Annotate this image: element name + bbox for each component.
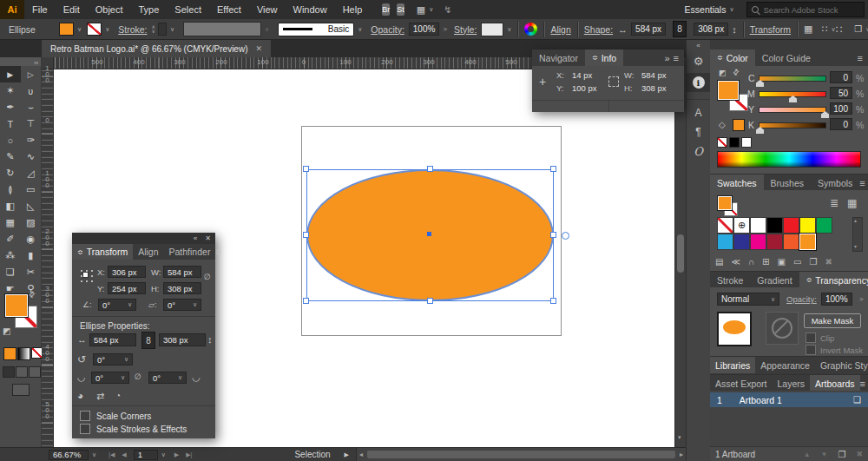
scroll-right-icon[interactable]: ▸ (677, 451, 686, 458)
selection-handle[interactable] (550, 298, 556, 304)
draw-normal-button[interactable] (3, 366, 15, 378)
artboard-tool[interactable]: ❏ (0, 264, 21, 280)
info-panel-icon[interactable]: i (687, 73, 710, 92)
transform-label[interactable]: Transform (750, 24, 791, 35)
eyedropper-tool[interactable]: ✐ (0, 231, 21, 247)
fill-color-swatch[interactable] (59, 23, 74, 36)
stroke-weight-field[interactable] (158, 23, 167, 36)
toolbar-fill-swatch[interactable] (4, 293, 29, 318)
swatch[interactable] (750, 234, 766, 250)
rotate-tool[interactable]: ↻ (0, 165, 21, 181)
search-input[interactable] (762, 3, 859, 16)
character-panel-icon[interactable]: A (694, 107, 701, 119)
scale-strokes-checkbox[interactable]: Scale Strokes & Effects (80, 424, 187, 434)
tab-align[interactable]: Align (133, 244, 163, 260)
type-tool[interactable]: T (0, 115, 21, 132)
horizontal-scrollbar[interactable]: ◂ ▸ (356, 448, 686, 461)
slider-handle[interactable] (756, 127, 764, 134)
free-transform-tool[interactable]: ▭ (21, 181, 42, 198)
selection-handle[interactable] (303, 166, 309, 172)
pie-end-field[interactable]: 0° ∨ (148, 372, 187, 384)
default-swatches-icon[interactable]: ◩ (719, 69, 727, 77)
info-expand-icon[interactable]: » (664, 53, 673, 63)
width-profile-dropdown[interactable] (183, 22, 261, 36)
pencil-tool[interactable]: ✎ (0, 148, 21, 165)
y-field[interactable]: 254 px (108, 282, 146, 294)
horizontal-scrollbar-thumb[interactable] (367, 451, 675, 458)
tab-color[interactable]: ≎ Color (710, 49, 755, 66)
move-artboard-up-icon[interactable]: ▲ (804, 451, 811, 458)
gear-icon[interactable]: ⚙ (694, 55, 704, 68)
next-artboard-icon[interactable]: ▶ (174, 451, 179, 458)
bridge-button[interactable]: Br (382, 3, 390, 16)
perspective-grid-tool[interactable]: ◺ (21, 198, 42, 214)
document-tab[interactable]: Retro Batman Logo.ai* @ 66.67% (CMYK/Pre… (42, 40, 271, 57)
ellipse-tool[interactable]: ○ (0, 132, 21, 148)
none-swatch[interactable] (717, 137, 727, 148)
artboard-number-chevron-icon[interactable]: ∨ (161, 451, 166, 458)
workspace-chevron-icon[interactable]: ∨ (729, 6, 733, 13)
zoom-chevron-icon[interactable]: ∨ (92, 451, 96, 458)
artboard-row-name[interactable]: Artboard 1 (740, 395, 782, 405)
shape-width-field[interactable]: 584 px (631, 23, 666, 36)
cloud-icon[interactable]: ∩ (748, 257, 754, 267)
stroke-label[interactable]: Stroke: (118, 24, 147, 35)
first-artboard-icon[interactable]: |◀ (108, 451, 115, 458)
swatch[interactable] (766, 217, 783, 234)
fill-chevron-icon[interactable]: ∨ (77, 26, 82, 33)
slider-handle[interactable] (821, 111, 829, 118)
invert-pie-icon[interactable]: ◕ (77, 390, 83, 402)
ellipse-height-field[interactable]: 308 px (159, 333, 206, 346)
vertical-scrollbar[interactable]: ▾ (674, 57, 686, 447)
list-view-icon[interactable]: ≣ (830, 197, 838, 209)
tab-artboards[interactable]: Artboards (810, 375, 860, 392)
swatch[interactable] (750, 217, 766, 234)
opentype-panel-icon[interactable]: O (694, 145, 703, 158)
artboard-page-icon[interactable]: ❏ (853, 395, 861, 405)
stroke-weight-chevron-icon[interactable]: ∨ (170, 26, 174, 33)
tab-appearance[interactable]: Appearance (755, 357, 815, 373)
swatch[interactable] (783, 217, 799, 234)
ellipse-width-field[interactable]: 584 px (89, 333, 136, 346)
swatches-scrollbar[interactable]: ▴ ▾ (852, 217, 863, 252)
draw-behind-button[interactable] (16, 366, 28, 378)
selection-tool[interactable]: ▶ (0, 66, 21, 82)
delete-artboard-icon[interactable]: ✖ (856, 450, 863, 458)
tab-stroke[interactable]: Stroke (710, 272, 750, 288)
w-field[interactable]: 584 px (163, 266, 201, 278)
opacity-chevron-icon[interactable]: > (443, 25, 447, 33)
gpu-performance-icon[interactable]: ↯ (444, 4, 451, 16)
shape-label[interactable]: Shape: (584, 24, 613, 35)
swatch-scroll-up-icon[interactable]: ▴ (854, 217, 857, 223)
tab-brushes[interactable]: Brushes (764, 175, 812, 191)
tab-symbols[interactable]: Symbols (811, 175, 859, 191)
selection-handle[interactable] (303, 298, 309, 304)
align-label[interactable]: Align (550, 24, 570, 35)
artboard-number-field[interactable]: 1 (134, 450, 158, 460)
paragraph-panel-icon[interactable]: ¶ (695, 126, 700, 138)
pie-start-field[interactable]: 0° ∨ (91, 372, 129, 384)
slice-tool[interactable]: ✂ (21, 264, 42, 280)
transparency-opacity-chevron-icon[interactable]: > (859, 295, 864, 303)
stroke-weight-down-icon[interactable]: ∨ (152, 30, 155, 34)
swatch[interactable] (816, 217, 832, 234)
reference-point-selector[interactable] (78, 267, 93, 282)
workspace-switcher[interactable]: Essentials (685, 4, 727, 15)
delete-swatch-icon[interactable]: ✖ (825, 257, 832, 267)
toolbar-expand-icon[interactable]: ›› (34, 60, 41, 66)
menu-view[interactable]: View (249, 4, 286, 15)
swap-colors-icon[interactable]: ⇄ (731, 67, 741, 77)
shape-builder-tool[interactable]: ◧ (0, 198, 21, 214)
scale-tool[interactable]: ◿ (21, 165, 42, 181)
rotate-field[interactable]: 0° ∨ (98, 299, 136, 311)
swatch[interactable] (799, 217, 816, 234)
symbol-sprayer-tool[interactable]: ⁂ (0, 247, 21, 264)
slider-handle[interactable] (756, 80, 764, 87)
screen-mode-button[interactable] (12, 384, 30, 396)
gradient-tool[interactable]: ▨ (21, 214, 42, 231)
constrain-unlink-icon[interactable]: ∅ (204, 273, 211, 281)
vertical-scrollbar-thumb[interactable] (677, 234, 684, 273)
column-graph-tool[interactable]: ▮ (21, 247, 42, 264)
tab-color-guide[interactable]: Color Guide (755, 49, 818, 66)
tab-layers[interactable]: Layers (773, 375, 811, 392)
